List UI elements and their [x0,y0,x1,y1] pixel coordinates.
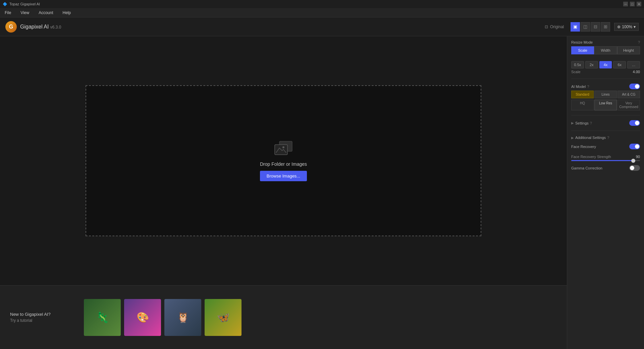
tab-scale[interactable]: Scale [571,46,594,54]
additional-settings-arrow-icon: ▶ [571,136,574,140]
gamma-correction-toggle[interactable] [629,165,640,171]
model-tab-standard[interactable]: Standard [571,91,594,98]
tab-height[interactable]: Height [617,46,640,54]
browse-images-button[interactable]: Browse Images... [260,171,307,181]
ai-model-toggle[interactable] [629,84,640,89]
sub-tab-hq[interactable]: HQ [571,100,594,110]
app-logo-icon: G [5,21,17,33]
ai-model-section: AI Model ? Standard Lines Art & CG HQ Lo… [571,84,640,110]
settings-collapsible[interactable]: ▶ Settings ? [571,121,592,125]
separator-2 [571,115,640,115]
scale-presets-section: 0.5x 2x 4x 6x … Scale 4.00 [571,58,640,74]
tab-width[interactable]: Width [594,46,617,54]
title-bar: 🔷 Topaz Gigapixel AI ─ □ ✕ [0,0,644,8]
view-toggle-group: ▣ ◫ ⊟ ⊞ [571,22,610,32]
resize-mode-label: Resize Mode [571,40,593,44]
additional-settings-help-icon[interactable]: ? [607,136,609,140]
scale-label: Scale [571,70,581,74]
tutorial-text: New to Gigapixel AI? Try a tutorial [10,312,77,323]
settings-arrow-icon: ▶ [571,121,574,125]
face-recovery-strength-label: Face Recovery Strength [571,155,611,159]
title-bar-title: Topaz Gigapixel AI [9,2,40,6]
menu-bar: File View Account Help [0,8,644,17]
face-recovery-strength-fill [571,160,633,161]
menu-account[interactable]: Account [37,9,55,16]
view-split-v-button[interactable]: ⊟ [591,22,600,32]
view-single-button[interactable]: ▣ [571,22,580,32]
tutorial-image-colors[interactable]: 🎨 [124,299,161,336]
scale-row: Scale 4.00 [571,70,640,74]
app-bar-right: ⊡ Original ▣ ◫ ⊟ ⊞ ⊕ 100% ▾ [542,22,639,32]
sub-tab-low-res[interactable]: Low Res [594,100,617,110]
tutorial-image-butterfly[interactable]: 🦋 [205,299,241,336]
canvas-area: Drop Folder or Images Browse Images... N… [0,36,567,349]
original-button[interactable]: ⊡ Original [542,23,567,31]
resize-mode-tabs: Scale Width Height [571,46,640,54]
tutorial-images: 🦎 🎨 🦉 🦋 [84,299,241,336]
face-recovery-strength-thumb[interactable] [631,159,635,163]
maximize-button[interactable]: □ [630,2,635,6]
tutorial-title: New to Gigapixel AI? [10,312,77,317]
preset-0-5x[interactable]: 0.5x [571,61,584,68]
settings-toggle[interactable] [629,120,640,126]
zoom-icon: ⊕ [617,24,621,29]
sub-tab-very-compressed[interactable]: Very Compressed [618,100,640,110]
preset-2x[interactable]: 2x [585,61,598,68]
ai-model-help-icon[interactable]: ? [587,85,589,89]
face-recovery-row: Face Recovery [571,144,640,149]
app-bar: G Gigapixel AI v6.3.0 ⊡ Original ▣ ◫ ⊟ ⊞… [0,17,644,36]
face-recovery-strength-track[interactable] [571,160,640,161]
tutorial-strip: New to Gigapixel AI? Try a tutorial 🦎 🎨 … [0,285,567,349]
face-recovery-strength-header: Face Recovery Strength 90 [571,155,640,159]
main-content: Drop Folder or Images Browse Images... N… [0,36,644,349]
settings-label: Settings [575,121,589,125]
separator-1 [571,79,640,79]
tutorial-image-lizard[interactable]: 🦎 [84,299,121,336]
scale-value: 4.00 [633,70,640,74]
zoom-control[interactable]: ⊕ 100% ▾ [614,23,639,31]
close-button[interactable]: ✕ [637,2,641,6]
drop-text: Drop Folder or Images [260,161,307,167]
preset-6x[interactable]: 6x [613,61,626,68]
zoom-chevron-icon: ▾ [634,24,636,29]
face-recovery-toggle[interactable] [629,144,640,149]
face-recovery-strength-value: 90 [636,155,640,159]
ai-model-header: AI Model ? [571,84,640,89]
canvas-container: Drop Folder or Images Browse Images... [0,36,567,285]
model-tab-art-cg[interactable]: Art & CG [618,91,640,98]
drop-images-icon [273,141,293,157]
right-panel: Resize Mode ? Scale Width Height 0.5x 2x… [567,36,644,349]
ai-model-sub-tabs: HQ Low Res Very Compressed [571,100,640,110]
additional-settings-label: Additional Settings [575,136,606,140]
svg-point-2 [282,146,284,148]
view-split-h-button[interactable]: ◫ [581,22,590,32]
title-bar-icon: 🔷 [3,2,7,6]
settings-row: ▶ Settings ? [571,120,640,126]
menu-help[interactable]: Help [61,9,73,16]
ai-model-tabs: Standard Lines Art & CG [571,91,640,98]
preset-more[interactable]: … [627,61,640,68]
menu-view[interactable]: View [18,9,31,16]
gamma-correction-row: Gamma Correction [571,165,640,171]
additional-settings-row[interactable]: ▶ Additional Settings ? [571,136,640,140]
tutorial-image-owl[interactable]: 🦉 [164,299,201,336]
drop-zone[interactable]: Drop Folder or Images Browse Images... [86,85,481,236]
resize-mode-header: Resize Mode ? [571,40,640,44]
ai-model-label: AI Model ? [571,85,589,89]
settings-help-icon[interactable]: ? [590,121,592,125]
app-version: v6.3.0 [50,25,61,30]
gamma-correction-label: Gamma Correction [571,166,602,170]
view-quad-button[interactable]: ⊞ [601,22,610,32]
original-icon: ⊡ [545,24,548,29]
preset-4x[interactable]: 4x [599,61,612,68]
resize-mode-section: Resize Mode ? Scale Width Height [571,40,640,54]
minimize-button[interactable]: ─ [623,2,628,6]
model-tab-lines[interactable]: Lines [594,91,617,98]
menu-file[interactable]: File [3,9,13,16]
resize-mode-help-icon[interactable]: ? [638,40,640,44]
separator-3 [571,131,640,131]
app-name: Gigapixel AI v6.3.0 [20,24,61,30]
app-logo: G Gigapixel AI v6.3.0 [5,21,61,33]
face-recovery-strength-section: Face Recovery Strength 90 [571,155,640,161]
tutorial-subtitle: Try a tutorial [10,318,77,323]
